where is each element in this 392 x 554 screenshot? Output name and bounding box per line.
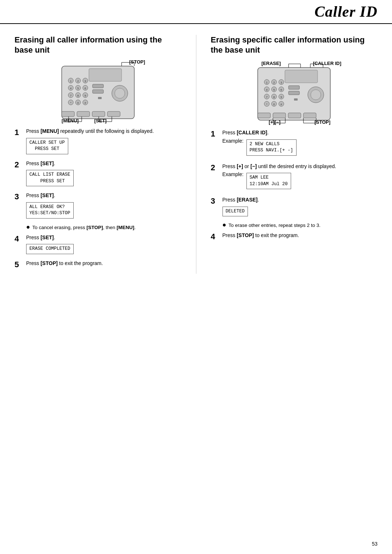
svg-text:5: 5 [77,87,79,90]
right-step-1-content: Press [CALLER ID]. Example: 2 NEW CALLSP… [222,129,378,159]
bullet-dot: ● [26,224,30,230]
right-step-4-bold: [STOP] [237,232,254,238]
left-column: Erasing all caller information using the… [15,35,181,274]
svg-point-29 [115,88,125,98]
svg-rect-30 [98,97,102,99]
left-bullet-note: ● To cancel erasing, press [STOP], then … [26,224,181,231]
svg-text:0: 0 [273,103,275,106]
right-step-4: 4 Press [STOP] to exit the program. [211,232,378,241]
svg-text:6: 6 [281,88,282,91]
svg-rect-70 [289,86,299,89]
page-title: Caller ID [314,3,377,20]
page-number: 53 [372,541,377,547]
svg-text:1: 1 [70,80,72,83]
label-stop-left: [STOP] [129,59,145,65]
label-menu-left: [MENU] [62,118,79,123]
right-steps: 1 Press [CALLER ID]. Example: 2 NEW CALL… [211,129,378,242]
step-3-text: Press [SET]. [26,192,181,199]
svg-rect-1 [89,69,122,81]
phone-svg-left: 1 2 3 4 5 6 7 8 9 * [58,61,138,124]
svg-rect-27 [93,90,103,93]
svg-text:9: 9 [281,95,282,99]
step-3-num: 3 [15,192,23,201]
right-step-1: 1 Press [CALLER ID]. Example: 2 NEW CALL… [211,129,378,159]
svg-rect-31 [62,111,74,117]
svg-rect-33 [92,111,105,117]
right-step-4-text: Press [STOP] to exit the program. [222,232,378,239]
right-step-3-content: Press [ERASE]. DELETED [222,196,378,218]
svg-text:9: 9 [85,94,86,97]
svg-text:7: 7 [70,94,72,97]
left-step-2: 2 Press [SET]. CALL LIST ERASE PRESS SET [15,160,181,188]
step-5-bold: [STOP] [41,260,58,266]
svg-text:4: 4 [70,87,72,90]
svg-text:7: 7 [266,95,268,99]
svg-rect-71 [289,91,299,95]
step-2-display: CALL LIST ERASE PRESS SET [26,170,74,186]
svg-rect-76 [273,113,286,118]
left-phone-diagram: [STOP] 1 2 3 4 5 6 [54,61,142,124]
bullet-menu: [MENU] [117,225,134,230]
svg-text:8: 8 [77,94,79,97]
step-4-num: 4 [15,234,23,244]
svg-text:0: 0 [77,101,79,105]
right-step-2: 2 Press [+] or [−] until the desired ent… [211,163,378,192]
bullet-stop: [STOP] [86,225,103,230]
step-5-content: Press [STOP] to exit the program. [26,260,181,269]
step-4-content: Press [SET]. ERASE COMPLETED [26,234,181,256]
example-1-label: Example: [222,138,244,144]
right-step-2-example: Example: SAM LEE12:10AM Jul 20 [222,171,378,191]
svg-text:5: 5 [273,88,275,91]
step-2-bold: [SET] [41,160,54,166]
left-step-4: 4 Press [SET]. ERASE COMPLETED [15,234,181,256]
right-step-3-display: DELETED [222,207,248,217]
page-header: Caller ID [0,0,392,24]
right-step-2-content: Press [+] or [−] until the desired entry… [222,163,378,192]
column-divider [196,35,196,274]
right-step-3-num: 3 [211,196,220,206]
right-step-2-display: SAM LEE12:10AM Jul 20 [246,173,291,189]
right-step-2-bold1: [+] [237,163,243,169]
right-bullet-text: To erase other entries, repeat steps 2 t… [228,222,320,229]
left-step-3: 3 Press [SET]. ALL ERASE OK?YES:SET/NO:S… [15,192,181,220]
svg-text:6: 6 [85,87,86,90]
svg-rect-45 [285,70,318,83]
svg-rect-26 [93,84,103,88]
step-3-bold: [SET] [41,192,54,198]
label-stop-right: [STOP] [314,119,330,125]
right-section-heading: Erasing specific caller information usin… [211,35,378,55]
step-2-text: Press [SET]. [26,160,181,167]
svg-rect-75 [258,113,270,118]
right-step-1-bold: [CALLER ID] [237,130,267,135]
step-5-num: 5 [15,260,23,269]
step-1-num: 1 [15,128,23,137]
step-1-display: CALLER SET UP PRESS SET [26,138,68,154]
right-step-1-example: Example: 2 NEW CALLSPRESS NAVI.[+ -] [222,138,378,157]
step-1-bold: [MENU] [41,128,59,134]
svg-rect-77 [288,113,301,118]
right-step-1-num: 1 [211,129,220,139]
svg-text:4: 4 [266,88,268,91]
step-4-text: Press [SET]. [26,234,181,241]
left-step-1: 1 Press [MENU] repeatedly until the foll… [15,128,181,156]
label-callerid-right: [CALLER ID] [313,61,341,66]
phone-svg-right: 1 2 3 4 5 6 7 8 9 * 0 [254,62,334,126]
step-3-display: ALL ERASE OK?YES:SET/NO:STOP [26,202,74,219]
left-steps: 1 Press [MENU] repeatedly until the foll… [15,128,181,269]
left-section-heading: Erasing all caller information using the… [15,35,181,55]
svg-text:3: 3 [281,81,282,84]
right-step-4-content: Press [STOP] to exit the program. [222,232,378,241]
right-step-2-bold2: [−] [250,163,257,169]
bullet-text: To cancel erasing, press [STOP], then [M… [32,224,136,231]
svg-text:2: 2 [77,80,79,83]
right-bullet-dot: ● [222,221,226,228]
label-set-left: [SET] [94,118,107,123]
svg-text:#: # [281,103,282,106]
step-3-content: Press [SET]. ALL ERASE OK?YES:SET/NO:STO… [26,192,181,220]
step-4-bold: [SET] [41,235,54,240]
right-step-4-num: 4 [211,232,220,241]
right-bullet-note: ● To erase other entries, repeat steps 2… [222,222,378,229]
svg-text:3: 3 [85,80,86,83]
svg-text:8: 8 [273,95,275,99]
right-step-3-bold: [ERASE] [237,197,258,203]
